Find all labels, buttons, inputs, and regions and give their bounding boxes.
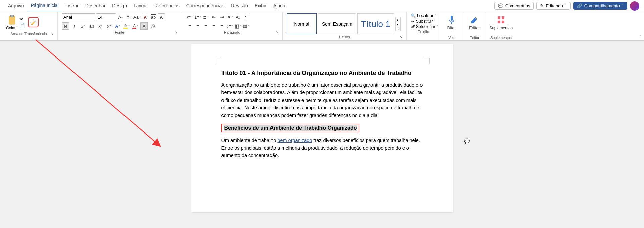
line-spacing-button[interactable]: ↕≡˅ <box>226 22 234 30</box>
show-marks-button[interactable]: ¶ <box>243 13 250 21</box>
share-label: Compartilhamento <box>584 3 620 8</box>
style-title-1[interactable]: Título 1 <box>357 13 394 34</box>
group-paragraph: •≡˅ 1≡˅ ≣˅ ⇤ ⇥ ✕˅ A↓ ¶ ≡ ≡ ≡ ≡ ≡ ↕≡˅ ◧˅ … <box>182 12 283 40</box>
margin-corner-tr <box>424 58 430 64</box>
font-launcher[interactable]: ↘ <box>175 30 178 34</box>
phonetic-guide-button[interactable]: ab <box>150 13 157 21</box>
clear-formatting-button[interactable]: A̷ <box>142 13 149 21</box>
decrease-indent-button[interactable]: ⇤ <box>210 13 218 21</box>
select-button[interactable]: ⮰Selecionar˅ <box>411 24 436 29</box>
asian-layout-button[interactable]: ✕˅ <box>227 13 234 21</box>
editor-button[interactable] <box>470 14 479 26</box>
editing-mode-button[interactable]: ✎Editando˅ <box>536 2 570 10</box>
document-page[interactable]: Título 01 - A Importância da Organização… <box>191 44 453 212</box>
tab-pagina-inicial[interactable]: Página Inicial <box>27 1 62 11</box>
styles-group-label: Estilos <box>339 35 350 39</box>
distributed-button[interactable]: ≡ <box>218 22 226 30</box>
italic-button[interactable]: I <box>70 22 78 30</box>
tab-layout[interactable]: Layout <box>130 1 151 11</box>
tab-design[interactable]: Design <box>109 1 130 11</box>
replace-icon: ↔ <box>411 19 415 24</box>
strikethrough-button[interactable]: ab <box>88 22 95 30</box>
format-painter-button[interactable] <box>28 17 39 27</box>
bullets-button[interactable]: •≡˅ <box>186 13 193 21</box>
paragraph-launcher[interactable]: ↘ <box>276 30 278 34</box>
svg-rect-7 <box>502 21 504 23</box>
document-area[interactable]: Título 01 - A Importância da Organização… <box>0 41 644 212</box>
tab-arquivo[interactable]: Arquivo <box>5 1 27 11</box>
collapse-ribbon-button[interactable]: ˅ <box>639 35 641 40</box>
enclose-characters-button[interactable]: ㊕ <box>149 22 156 30</box>
change-case-button[interactable]: Aa˅ <box>133 13 141 21</box>
style-normal[interactable]: Normal <box>287 13 317 34</box>
character-shading-button[interactable]: A <box>140 22 148 30</box>
font-size-combo[interactable] <box>96 13 116 21</box>
tab-referencias[interactable]: Referências <box>151 1 183 11</box>
select-label: Selecionar <box>416 24 435 29</box>
search-icon: 🔍 <box>411 13 416 18</box>
multilevel-list-button[interactable]: ≣˅ <box>202 13 210 21</box>
copy-button[interactable]: 📄 <box>19 23 26 28</box>
dictate-button[interactable] <box>448 14 456 26</box>
find-button[interactable]: 🔍Localizar˅ <box>411 13 436 18</box>
svg-rect-4 <box>498 16 500 19</box>
cut-button[interactable]: ✂ <box>19 16 26 22</box>
shrink-font-button[interactable]: A▾ <box>125 13 132 21</box>
bold-button[interactable]: N <box>62 22 69 30</box>
align-right-button[interactable]: ≡ <box>202 22 209 30</box>
align-left-button[interactable]: ≡ <box>186 22 193 30</box>
editing-group-label: Edição <box>418 30 429 34</box>
doc-paragraph-1[interactable]: A organização no ambiente de trabalho é … <box>221 81 423 119</box>
find-label: Localizar <box>417 13 433 18</box>
editing-mode-label: Editando <box>546 3 563 8</box>
group-addins: Suplementos Suplementos <box>486 12 516 40</box>
text-effects-button[interactable]: A˅ <box>114 22 121 30</box>
tab-ajuda[interactable]: Ajuda <box>270 1 289 11</box>
dictate-label: Ditar <box>447 26 456 30</box>
group-styles: Normal Sem Espaçam Título 1 ▴ ▾ ⌄ Estilo… <box>283 12 407 40</box>
numbering-button[interactable]: 1≡˅ <box>194 13 202 21</box>
addins-button[interactable] <box>497 14 505 26</box>
replace-button[interactable]: ↔Substituir <box>411 19 436 24</box>
clipboard-launcher[interactable]: ↘ <box>51 32 53 35</box>
sort-button[interactable]: A↓ <box>235 13 242 21</box>
align-center-button[interactable]: ≡ <box>194 22 201 30</box>
tab-correspondencias[interactable]: Correspondências <box>183 1 228 11</box>
tab-revisao[interactable]: Revisão <box>228 1 251 11</box>
borders-button[interactable]: ▦˅ <box>242 22 250 30</box>
editor-label: Editor <box>469 26 480 30</box>
increase-indent-button[interactable]: ⇥ <box>218 13 226 21</box>
addins-label: Suplementos <box>489 26 513 30</box>
user-avatar[interactable] <box>630 1 639 11</box>
comments-button[interactable]: 💬Comentários <box>494 2 534 10</box>
font-color-button[interactable]: A˅ <box>132 22 139 30</box>
subscript-button[interactable]: x2 <box>97 22 104 30</box>
share-button[interactable]: 🔗Compartilhamento˅ <box>573 2 627 10</box>
voice-group-label: Voz <box>448 36 454 40</box>
svg-rect-0 <box>9 16 15 24</box>
superscript-button[interactable]: x2 <box>105 22 113 30</box>
doc-heading-2[interactable]: Benefícios de um Ambiente de Trabalho Or… <box>224 125 357 131</box>
underline-button[interactable]: S˅ <box>79 22 87 30</box>
tab-desenhar[interactable]: Desenhar <box>82 1 109 11</box>
justify-button[interactable]: ≡ <box>210 22 217 30</box>
doc-hyperlink[interactable]: bem organizado <box>277 138 312 143</box>
highlight-button[interactable]: ✎˅ <box>123 22 130 30</box>
group-font: A▴ A▾ Aa˅ A̷ ab A N I S˅ ab x2 x2 A˅ ✎˅ … <box>58 12 182 40</box>
add-comment-side-button[interactable]: 💬 <box>464 138 470 144</box>
styles-up-button[interactable]: ▴ <box>396 17 400 22</box>
character-border-button[interactable]: A <box>158 13 165 21</box>
styles-launcher[interactable]: ↘ <box>400 35 402 39</box>
shading-button[interactable]: ◧˅ <box>234 22 242 30</box>
tab-inserir[interactable]: Inserir <box>62 1 82 11</box>
tab-exibir[interactable]: Exibir <box>251 1 270 11</box>
grow-font-button[interactable]: A▴ <box>117 13 124 21</box>
doc-heading-1[interactable]: Título 01 - A Importância da Organização… <box>221 70 423 77</box>
paste-label[interactable]: Colar <box>6 26 16 30</box>
font-name-combo[interactable] <box>62 13 95 21</box>
doc-paragraph-2[interactable]: Um ambiente de trabalho bem organizado t… <box>221 137 423 159</box>
styles-more-button[interactable]: ⌄ <box>396 26 400 31</box>
replace-label: Substituir <box>416 19 433 24</box>
style-no-spacing[interactable]: Sem Espaçam <box>318 13 356 34</box>
styles-down-button[interactable]: ▾ <box>396 22 400 26</box>
